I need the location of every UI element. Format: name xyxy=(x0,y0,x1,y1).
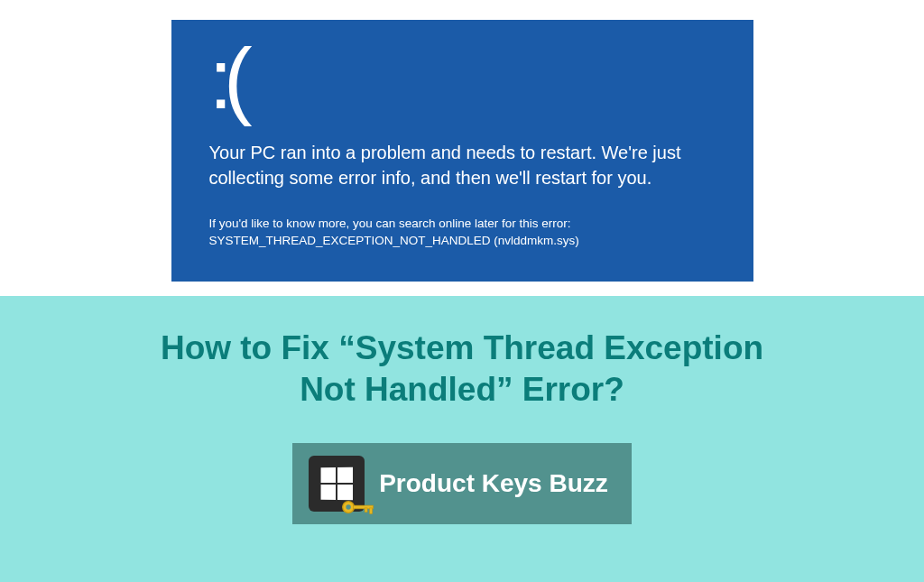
article-title: How to Fix “System Thread Exception Not … xyxy=(146,328,778,411)
bsod-details: If you'd like to know more, you can sear… xyxy=(209,216,719,250)
svg-point-1 xyxy=(346,504,351,509)
bsod-details-line2: SYSTEM_THREAD_EXCEPTION_NOT_HANDLED (nvl… xyxy=(209,233,719,250)
brand-logo: Product Keys Buzz xyxy=(292,443,632,524)
svg-rect-3 xyxy=(365,507,367,512)
brand-name: Product Keys Buzz xyxy=(379,469,608,498)
lower-section: How to Fix “System Thread Exception Not … xyxy=(0,296,924,582)
key-icon xyxy=(341,498,375,516)
upper-section: :( Your PC ran into a problem and needs … xyxy=(0,0,924,296)
bsod-details-line1: If you'd like to know more, you can sear… xyxy=(209,216,719,233)
bsod-main-message: Your PC ran into a problem and needs to … xyxy=(209,140,719,190)
windows-logo-squares xyxy=(321,467,353,500)
windows-icon xyxy=(309,456,365,512)
sad-face-emoticon: :( xyxy=(209,36,719,122)
bsod-screenshot: :( Your PC ran into a problem and needs … xyxy=(171,20,753,282)
svg-rect-4 xyxy=(370,507,373,513)
